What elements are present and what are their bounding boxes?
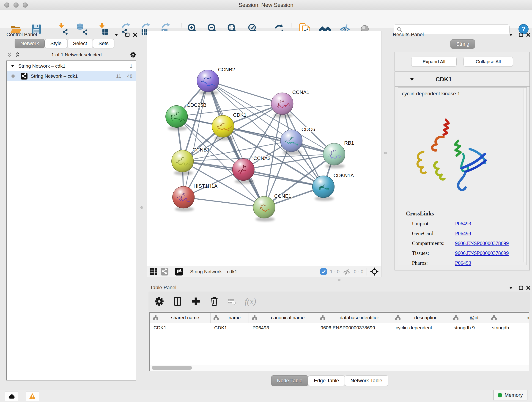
protein-section-header[interactable]: CDK1 [395, 72, 530, 87]
network-graph[interactable]: CCNB2CCNA1CDC25BCDK1CDC6RB1CCNB1CCNA2CDK… [147, 31, 381, 266]
table-cell[interactable]: P06493 [249, 325, 317, 331]
control-panel-float-icon[interactable] [125, 32, 130, 38]
table-cell[interactable]: CDK1 [150, 325, 210, 331]
table-cell[interactable]: stringdb [488, 325, 529, 331]
column-type-icon [453, 315, 459, 320]
control-panel-collapse-icon[interactable] [114, 32, 119, 38]
left-splitter-handle[interactable] [140, 206, 143, 209]
column-header-description[interactable]: description [392, 313, 450, 323]
collection-count: 1 [130, 63, 133, 69]
network-edge[interactable] [223, 126, 334, 154]
center-view-icon[interactable] [370, 267, 379, 276]
tab-network-table[interactable]: Network Table [345, 375, 388, 386]
collapse-all-icon[interactable] [6, 52, 12, 58]
grid-view-icon[interactable] [150, 268, 157, 275]
crosslink-label: Compartments: [412, 240, 455, 246]
table-horizontal-scrollbar[interactable] [150, 365, 529, 371]
table-cell[interactable]: cyclin-dependent ... [392, 325, 450, 331]
selected-items-checkbox[interactable] [320, 268, 327, 275]
collection-expander-icon[interactable] [10, 64, 15, 69]
network-row[interactable]: String Network – cdk1 11 48 [7, 71, 136, 81]
network-name: String Network – cdk1 [31, 73, 78, 79]
hidden-items-icon[interactable] [343, 268, 351, 275]
control-panel-close-icon[interactable] [133, 32, 138, 38]
table-cell[interactable]: stringdb:9... [450, 325, 488, 331]
node-CCNB1[interactable] [172, 150, 194, 175]
network-collection-row[interactable]: String Network – cdk1 1 [7, 61, 136, 71]
crosslink-uniprot-link[interactable]: P06493 [455, 221, 471, 227]
minimize-window-button[interactable] [13, 2, 19, 7]
tab-node-table[interactable]: Node Table [271, 375, 308, 386]
node-CDKN1A[interactable] [312, 176, 335, 201]
import-network-from-database-button[interactable] [75, 23, 88, 36]
table-panel-close-icon[interactable] [526, 285, 531, 291]
node-CCNA1[interactable] [271, 93, 293, 118]
zoom-window-button[interactable] [23, 2, 28, 7]
network-edge[interactable] [184, 197, 264, 207]
crosslink-tissues-link[interactable]: 9606.ENSP00000378699 [455, 250, 509, 256]
tab-string[interactable]: String [450, 39, 475, 49]
add-column-icon[interactable] [191, 297, 201, 306]
cloud-button[interactable] [5, 391, 18, 401]
tab-sets[interactable]: Sets [93, 39, 114, 48]
crosslink-pharos-link[interactable]: P06493 [455, 260, 471, 266]
column-header-id[interactable]: @id [450, 313, 488, 323]
detach-view-icon[interactable] [175, 268, 183, 275]
column-header-namespace[interactable]: namespace [488, 313, 529, 323]
table-row[interactable]: CDK1CDK1P064939606.ENSP00000378699cyclin… [150, 323, 529, 332]
function-builder-icon: f(x) [245, 297, 256, 306]
memory-button[interactable]: Memory [493, 390, 527, 400]
node-RB1[interactable] [323, 143, 345, 168]
results-panel-close-icon[interactable] [526, 32, 531, 38]
tab-select[interactable]: Select [67, 39, 93, 48]
warnings-button[interactable] [26, 391, 39, 401]
network-edge[interactable] [208, 81, 282, 104]
column-header-canonical-name[interactable]: canonical name [249, 313, 317, 323]
node-label: CCNB2 [218, 67, 235, 72]
table-options-gear-icon[interactable] [154, 297, 164, 306]
node-table[interactable]: shared name name canonical name database… [149, 312, 529, 371]
results-panel-collapse-icon[interactable] [508, 32, 514, 38]
network-node-count: 11 [116, 73, 121, 79]
column-header-name[interactable]: name [210, 313, 249, 323]
tab-network[interactable]: Network [15, 39, 45, 48]
expand-all-icon[interactable] [15, 52, 21, 58]
results-scrollbar[interactable] [524, 89, 526, 262]
show-columns-icon[interactable] [173, 297, 182, 306]
results-panel-float-icon[interactable] [518, 32, 524, 38]
node-CDK1[interactable] [212, 115, 234, 140]
crosslink-compartments-link[interactable]: 9606.ENSP00000378699 [455, 240, 509, 246]
right-splitter-handle[interactable] [384, 152, 387, 154]
close-window-button[interactable] [4, 2, 9, 7]
tab-edge-table[interactable]: Edge Table [308, 375, 345, 386]
protein-detail-box: cyclin-dependent kinase 1 CrossLinks Uni… [398, 87, 527, 265]
section-expander-icon[interactable] [409, 76, 415, 82]
column-header-database-identifier[interactable]: database identifier [317, 313, 392, 323]
network-options-gear-icon[interactable] [130, 52, 136, 58]
node-label: CDC6 [302, 127, 315, 132]
import-network-from-file-button[interactable] [56, 23, 69, 36]
tab-style[interactable]: Style [45, 39, 67, 48]
table-panel-collapse-icon[interactable] [508, 285, 514, 291]
bottom-splitter-handle[interactable] [338, 279, 341, 281]
network-canvas[interactable]: CCNB2CCNA1CDC25BCDK1CDC6RB1CCNB1CCNA2CDK… [147, 31, 382, 266]
column-header-shared-name[interactable]: shared name [150, 313, 210, 323]
node-CDC25B[interactable] [166, 105, 188, 131]
node-CCNE1[interactable] [253, 196, 275, 222]
crosslink-genecard-link[interactable]: P06493 [455, 230, 471, 236]
node-HIST1H1A[interactable] [172, 186, 195, 211]
collapse-all-button[interactable]: Collapse All [463, 57, 513, 67]
expand-all-button[interactable]: Expand All [411, 57, 457, 67]
table-cell[interactable]: 9606.ENSP00000378699 [317, 325, 392, 331]
delete-column-icon[interactable] [209, 297, 219, 306]
warning-icon [29, 393, 36, 400]
node-CDC6[interactable] [280, 130, 302, 155]
node-CCNA2[interactable] [232, 159, 254, 184]
crosslink-row: Uniprot:P06493 [412, 221, 523, 227]
node-CCNB2[interactable] [197, 70, 219, 95]
network-overview-icon[interactable] [161, 268, 168, 275]
table-panel-float-icon[interactable] [518, 285, 524, 291]
scrollbar-thumb[interactable] [152, 366, 192, 370]
table-cell[interactable]: CDK1 [210, 325, 249, 331]
import-table-from-file-button[interactable] [96, 23, 109, 36]
